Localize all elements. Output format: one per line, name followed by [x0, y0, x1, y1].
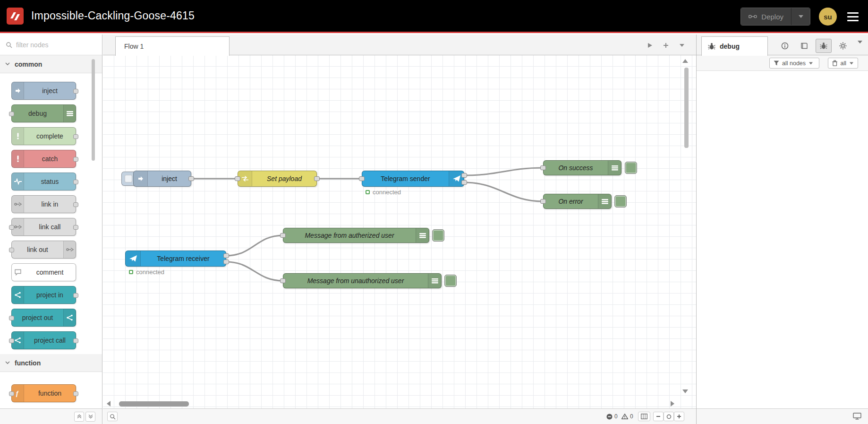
palette-node-comment[interactable]: comment [11, 263, 76, 281]
output-port[interactable] [188, 176, 194, 181]
node-message-unauthorized[interactable]: Message from unauthorized user [283, 273, 442, 288]
deploy-options-button[interactable] [791, 8, 810, 25]
zoom-out-button[interactable] [653, 412, 664, 421]
flow-list-button[interactable] [676, 40, 688, 51]
open-console-button[interactable] [853, 413, 861, 421]
wire-sender-onsuccess[interactable] [464, 168, 543, 175]
palette-node-function[interactable]: f function [11, 384, 76, 402]
list-icon [428, 274, 441, 288]
palette-node-link-call[interactable]: link call [11, 218, 76, 236]
flow-canvas[interactable]: inject Set payload Telegram sender [103, 55, 696, 408]
node-on-error[interactable]: On error [543, 194, 612, 209]
sidebar-tab-list-button[interactable] [858, 43, 862, 51]
tab-flow-1[interactable]: Flow 1 [115, 36, 230, 56]
node-set-payload[interactable]: Set payload [238, 171, 317, 187]
scroll-tabs-right-button[interactable] [644, 40, 655, 51]
filter-nodes-input[interactable] [16, 41, 87, 49]
chevron-down-icon [5, 361, 10, 364]
node-telegram-receiver[interactable]: Telegram receiver [125, 251, 226, 267]
main-menu-button[interactable] [845, 10, 860, 23]
list-icon [608, 161, 621, 175]
palette-category-common[interactable]: common [0, 55, 102, 73]
output-port[interactable] [223, 253, 229, 258]
double-chevron-up-icon [77, 414, 82, 419]
palette-node-link-in[interactable]: link in [11, 195, 76, 213]
scroll-down-arrow[interactable] [682, 389, 688, 393]
debug-enable-toggle[interactable] [432, 229, 444, 242]
add-flow-button[interactable] [660, 40, 672, 51]
palette-node-project-call[interactable]: project call [11, 331, 76, 349]
input-port[interactable] [235, 176, 240, 181]
palette-category-function[interactable]: function [0, 354, 102, 372]
scroll-right-arrow[interactable] [671, 401, 674, 407]
search-flows-button[interactable] [107, 412, 118, 421]
inject-trigger-button[interactable] [121, 172, 134, 186]
debug-enable-toggle[interactable] [444, 275, 457, 287]
category-label: function [15, 359, 41, 367]
palette-node-complete[interactable]: complete [11, 127, 76, 145]
tab-debug-icon[interactable] [816, 39, 832, 53]
zoom-in-button[interactable] [674, 412, 684, 421]
deploy-button[interactable]: Deploy [741, 8, 791, 25]
node-label: On error [544, 194, 598, 208]
node-telegram-sender[interactable]: Telegram sender [362, 171, 464, 187]
tab-help[interactable] [796, 39, 812, 53]
tab-info[interactable] [777, 39, 793, 53]
bug-icon [820, 42, 827, 50]
scroll-left-arrow[interactable] [107, 401, 111, 407]
collapse-all-button[interactable] [74, 412, 84, 422]
palette-node-project-in[interactable]: project in [11, 286, 76, 304]
output-port[interactable] [461, 180, 467, 185]
node-label: Set payload [252, 171, 316, 186]
palette-node-status[interactable]: status [11, 173, 76, 190]
user-avatar[interactable]: su [819, 8, 837, 26]
wire-receiver-authorized[interactable] [226, 235, 283, 256]
list-icon [598, 194, 611, 208]
expand-all-button[interactable] [85, 412, 95, 422]
scroll-up-arrow[interactable] [682, 59, 688, 63]
node-red-app: Impossible-Cackling-Goose-4615 Deploy su [0, 0, 868, 424]
debug-enable-toggle[interactable] [614, 195, 627, 208]
vertical-scrollbar-thumb[interactable] [684, 68, 689, 148]
output-port[interactable] [461, 173, 467, 178]
debug-enable-toggle[interactable] [625, 162, 637, 174]
tab-config[interactable] [835, 39, 851, 53]
palette-node-inject[interactable]: inject [11, 82, 76, 100]
wire-receiver-unauthorized[interactable] [226, 262, 283, 281]
tab-debug[interactable]: debug [701, 36, 768, 56]
palette-search [0, 35, 102, 55]
book-icon [800, 43, 808, 49]
error-counter: 0 [606, 413, 618, 420]
palette-node-catch[interactable]: catch [11, 150, 76, 168]
input-port [9, 225, 14, 230]
debug-message-list [697, 71, 868, 408]
palette-scrollbar-thumb[interactable] [92, 59, 95, 161]
chevron-down-icon [850, 62, 853, 64]
input-port[interactable] [359, 176, 365, 181]
input-port[interactable] [540, 199, 546, 204]
debug-clear-button[interactable]: all [828, 58, 858, 69]
palette-node-project-out[interactable]: project out [11, 309, 76, 327]
node-label: On success [544, 161, 608, 175]
palette-node-debug[interactable]: debug [11, 104, 76, 122]
status-text: connected [373, 189, 401, 196]
node-on-success[interactable]: On success [543, 160, 621, 175]
debug-filter-button[interactable]: all nodes [769, 58, 819, 69]
deploy-icon [749, 13, 757, 20]
palette-node-link-out[interactable]: link out [11, 241, 76, 259]
wire-sender-onerror[interactable] [464, 182, 543, 201]
output-port[interactable] [314, 176, 320, 181]
palette-node-label: catch [24, 150, 76, 167]
input-port[interactable] [280, 278, 286, 283]
palette-node-label: link out [12, 241, 63, 258]
node-inject[interactable]: inject [133, 171, 191, 187]
input-port[interactable] [540, 165, 546, 170]
project-icon [63, 309, 76, 326]
output-port[interactable] [223, 260, 229, 264]
horizontal-scrollbar-thumb[interactable] [119, 401, 189, 407]
navigator-button[interactable] [638, 412, 650, 421]
zoom-reset-button[interactable] [664, 412, 674, 421]
node-message-authorized[interactable]: Message from autherized user [283, 228, 429, 243]
input-port[interactable] [280, 233, 286, 238]
plus-icon [677, 414, 681, 419]
